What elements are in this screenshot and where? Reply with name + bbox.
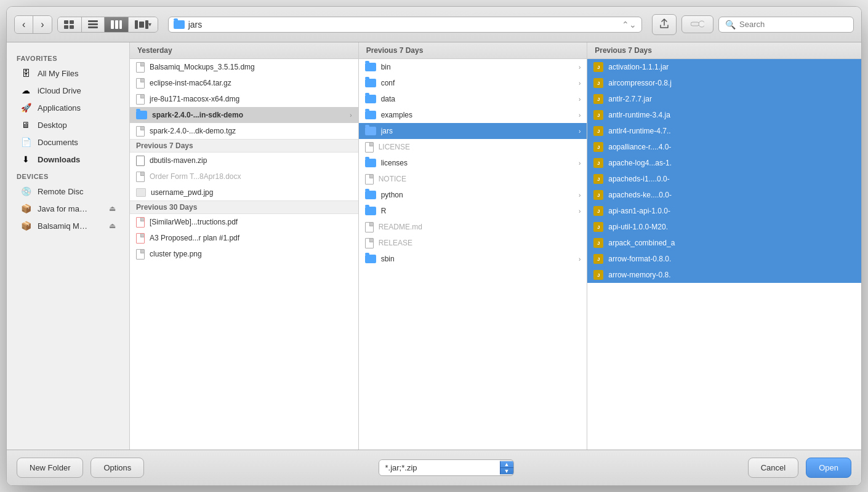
jar-item-9[interactable]: J api-asn1-api-1.0.0- [587,203,861,219]
filter-input[interactable] [379,460,500,475]
chevron-right-icon: › [579,256,581,263]
jar-item-4[interactable]: J antlr4-runtime-4.7.. [587,123,861,139]
sidebar-item-documents[interactable]: 📄 Documents [10,133,126,151]
file-item-a3-proposed[interactable]: A3 Proposed...r plan #1.pdf [130,230,358,246]
open-button[interactable]: Open [806,458,851,478]
file-item-username-pwd[interactable]: username_pwd.jpg [130,184,358,200]
sidebar: Favorites 🗄 All My Files ☁ iCloud Drive … [7,42,130,450]
pane1-header: Yesterday [130,42,358,59]
sidebar-label-balsamiq: Balsamiq M… [38,221,87,231]
nav-button-group: ‹ › [14,15,52,34]
stepper-down-button[interactable]: ▼ [500,468,513,474]
jar-item-0[interactable]: J activation-1.1.1.jar [587,59,861,75]
chevron-right-icon: › [350,112,352,119]
svg-rect-3 [70,25,74,29]
sidebar-item-icloud-drive[interactable]: ☁ iCloud Drive [10,82,126,99]
chevron-right-icon: › [579,128,581,135]
file-name: licenses [381,159,574,167]
view-list-button[interactable] [82,17,105,32]
sidebar-item-applications[interactable]: 🚀 Applications [10,99,126,116]
sidebar-item-remote-disc[interactable]: 💿 Remote Disc [10,183,126,200]
file-item-eclipse[interactable]: eclipse-inst-mac64.tar.gz [130,75,358,91]
view-coverflow-button[interactable]: ▾ [129,17,158,32]
search-input[interactable] [739,20,838,29]
options-button[interactable]: Options [90,458,144,478]
file-item-licenses[interactable]: licenses › [359,155,587,171]
jar-item-11[interactable]: J arpack_combined_a [587,235,861,251]
desktop-icon: 🖥 [20,119,31,130]
file-item-balsamiq-dmg[interactable]: Balsamiq_Mockups_3.5.15.dmg [130,59,358,75]
file-item-r[interactable]: R › [359,203,587,219]
jar-item-6[interactable]: J apache-log4...as-1. [587,155,861,171]
file-name: aircompressor-0.8.j [608,79,855,87]
jar-item-8[interactable]: J apacheds-ke....0.0- [587,187,861,203]
file-name: README.md [379,223,581,231]
jar-item-10[interactable]: J api-util-1.0.0-M20. [587,219,861,235]
sidebar-label-remote-disc: Remote Disc [38,187,83,196]
java-eject-icon[interactable]: ⏏ [109,204,116,213]
file-item-order-form[interactable]: Order Form T...8Apr18.docx [130,169,358,184]
jar-item-1[interactable]: J aircompressor-0.8.j [587,75,861,91]
file-item-bin[interactable]: bin › [359,59,587,75]
file-item-jars[interactable]: jars › [359,123,587,139]
pane-jars: Previous 7 Days J activation-1.1.1.jar J… [587,42,861,450]
file-item-readme[interactable]: README.md [359,219,587,235]
search-bar[interactable]: 🔍 [718,17,854,33]
jar-item-7[interactable]: J apacheds-i1....0.0- [587,171,861,187]
downloads-icon: ⬇ [20,154,31,165]
doc-icon [365,174,374,184]
view-column-button[interactable] [105,17,129,32]
new-folder-button[interactable]: New Folder [17,458,83,478]
sidebar-item-all-my-files[interactable]: 🗄 All My Files [10,65,126,82]
sidebar-item-balsamiq[interactable]: 📦 Balsamiq M… ⏏ [10,217,126,234]
share-button[interactable] [652,14,677,35]
folder-icon [365,63,376,71]
toolbar: ‹ › ▾ jars ⌃⌄ [7,7,861,42]
jar-icon: J [593,270,603,280]
file-item-release[interactable]: RELEASE [359,235,587,251]
location-folder-icon [174,20,185,29]
file-item-license[interactable]: LICENSE [359,139,587,155]
view-icon-button[interactable] [58,17,82,32]
sidebar-item-desktop[interactable]: 🖥 Desktop [10,116,126,133]
jar-item-5[interactable]: J aopalliance-r....4.0- [587,139,861,155]
sidebar-item-java[interactable]: 📦 Java for ma… ⏏ [10,200,126,217]
all-my-files-icon: 🗄 [20,68,31,79]
file-name: cluster type.png [150,250,352,258]
file-item-python[interactable]: python › [359,187,587,203]
location-chevron-icon: ⌃⌄ [622,20,637,30]
file-icon-zip [136,156,145,166]
sidebar-item-downloads[interactable]: ⬇ Downloads [10,151,126,168]
file-item-data[interactable]: data › [359,91,587,107]
file-item-similarweb[interactable]: [SimilarWeb]...tructions.pdf [130,214,358,230]
file-name: apache-log4...as-1. [608,159,855,167]
file-item-dbutils[interactable]: dbutils-maven.zip [130,153,358,169]
file-name: antlr-2.7.7.jar [608,95,855,103]
file-item-cluster-type[interactable]: cluster type.png [130,246,358,262]
jar-item-2[interactable]: J antlr-2.7.7.jar [587,91,861,107]
balsamiq-eject-icon[interactable]: ⏏ [109,221,116,230]
file-name: apacheds-i1....0.0- [608,175,855,183]
file-item-spark-sdk-demo[interactable]: spark-2.4.0-...in-sdk-demo › [130,107,358,123]
jar-item-13[interactable]: J arrow-memory-0.8. [587,267,861,283]
file-item-spark-tgz[interactable]: spark-2.4.0-...dk-demo.tgz [130,123,358,139]
file-name: python [381,191,574,199]
file-item-notice[interactable]: NOTICE [359,171,587,187]
file-item-examples[interactable]: examples › [359,107,587,123]
java-icon: 📦 [20,203,31,214]
file-name: LICENSE [379,143,581,151]
chevron-right-icon: › [579,96,581,103]
back-button[interactable]: ‹ [15,16,33,33]
jar-item-12[interactable]: J arrow-format-0.8.0. [587,251,861,267]
tag-button[interactable] [681,15,713,33]
forward-button[interactable]: › [33,16,51,33]
stepper-up-button[interactable]: ▲ [500,461,513,467]
file-item-jre[interactable]: jre-8u171-macosx-x64.dmg [130,91,358,107]
svg-rect-0 [64,20,68,24]
jar-item-3[interactable]: J antlr-runtime-3.4.ja [587,107,861,123]
location-bar[interactable]: jars ⌃⌄ [168,17,642,33]
file-item-sbin[interactable]: sbin › [359,251,587,267]
cancel-button[interactable]: Cancel [748,458,798,478]
pane2-header: Previous 7 Days [359,42,587,59]
file-item-conf[interactable]: conf › [359,75,587,91]
